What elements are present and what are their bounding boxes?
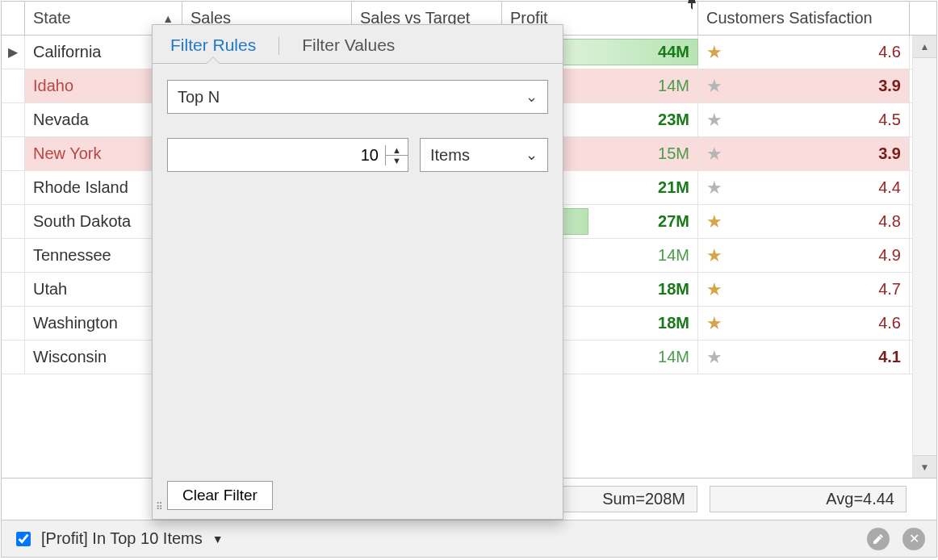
resize-handle-icon[interactable]: ⠿ [156,504,167,516]
row-indicator [2,205,25,238]
profit-value: 14M [658,77,689,95]
column-label: State [33,9,71,27]
scroll-down-button[interactable]: ▼ [913,455,936,478]
row-indicator [2,69,25,102]
star-icon: ★ [706,247,722,265]
row-indicator [2,341,25,374]
cs-value: 4.5 [878,111,901,129]
data-grid: State ▲ Sales Sales vs Target Profit Cus… [1,1,937,558]
sort-ascending-icon: ▲ [162,12,174,25]
cell-customers-satisfaction: ★3.9 [698,69,910,102]
filter-popup-tabs: Filter Rules Filter Values [153,25,563,64]
tab-filter-rules[interactable]: Filter Rules [153,29,274,63]
cs-value: 4.4 [878,178,901,197]
filter-count-spinner[interactable]: ▲ ▼ [167,138,408,172]
star-icon: ★ [706,179,722,197]
profit-value: 18M [658,280,689,299]
footer-sum-badge: Sum=208M [562,486,697,512]
spin-down-button[interactable]: ▼ [386,156,408,165]
row-indicator [2,171,25,204]
cs-value: 4.8 [878,212,901,231]
row-indicator [2,137,25,170]
cell-customers-satisfaction: ★4.8 [698,205,910,238]
footer-avg-badge: Avg=4.44 [710,486,907,512]
cs-value: 4.6 [878,314,901,332]
tab-separator [278,37,279,55]
filter-unit-value: Items [430,146,470,165]
edit-filter-button[interactable] [867,528,890,550]
star-icon: ★ [706,281,722,299]
star-icon: ★ [706,145,722,163]
clear-filter-button[interactable]: Clear Filter [167,481,273,510]
row-indicator [2,273,25,306]
cell-customers-satisfaction: ★4.5 [698,103,910,136]
scroll-up-button[interactable]: ▲ [913,36,936,58]
filter-status-bar: [Profit] In Top 10 Items ▼ ✕ [2,520,936,557]
filter-mode-value: Top N [178,88,220,107]
vertical-scrollbar[interactable]: ▲ ▼ [912,36,936,478]
tab-filter-values[interactable]: Filter Values [284,29,412,63]
close-filter-button[interactable]: ✕ [902,528,925,550]
cs-value: 3.9 [878,77,901,95]
cs-value: 4.6 [878,43,901,61]
cell-customers-satisfaction: ★4.6 [698,307,910,340]
star-icon: ★ [706,213,722,231]
filter-active-icon[interactable] [686,0,697,12]
profit-value: 23M [658,111,689,129]
star-icon: ★ [706,349,722,366]
profit-value: 14M [658,246,689,265]
row-indicator: ▶ [2,36,25,69]
filter-enabled-checkbox[interactable] [16,532,31,546]
cell-customers-satisfaction: ★3.9 [698,137,910,170]
chevron-down-icon: ⌄ [526,146,538,164]
star-icon: ★ [706,315,722,332]
star-icon: ★ [706,44,722,61]
cs-value: 3.9 [878,144,901,163]
star-icon: ★ [706,111,722,129]
profit-value: 27M [658,212,689,231]
star-icon: ★ [706,77,722,95]
filter-dropdown-icon[interactable]: ▼ [212,533,224,545]
cs-value: 4.9 [878,246,901,265]
chevron-down-icon: ⌄ [526,88,538,106]
row-indicator [2,239,25,272]
profit-value: 21M [658,178,689,197]
column-label: Customers Satisfaction [706,9,873,27]
profit-value: 14M [658,348,689,366]
cs-value: 4.7 [878,280,901,299]
cell-customers-satisfaction: ★4.7 [698,273,910,306]
filter-popup-body: Top N ⌄ ▲ ▼ Items ⌄ [153,64,563,472]
profit-value: 44M [658,43,689,61]
filter-expression-text[interactable]: [Profit] In Top 10 Items [41,529,203,548]
cs-value: 4.1 [878,348,901,366]
filter-popup-footer: Clear Filter [153,472,563,519]
filter-mode-select[interactable]: Top N ⌄ [167,80,548,114]
spin-buttons: ▲ ▼ [385,145,408,165]
filter-popup: Filter Rules Filter Values Top N ⌄ ▲ ▼ I… [152,24,563,520]
column-header-customers-satisfaction[interactable]: Customers Satisfaction [698,2,910,35]
scrollbar-header-spacer [910,2,934,35]
profit-value: 15M [658,144,689,163]
filter-count-input[interactable] [168,146,385,165]
profit-value: 18M [658,314,689,332]
cell-customers-satisfaction: ★4.1 [698,341,910,374]
spin-up-button[interactable]: ▲ [386,145,408,156]
row-indicator [2,103,25,136]
cell-customers-satisfaction: ★4.9 [698,239,910,272]
cell-customers-satisfaction: ★4.4 [698,171,910,204]
cell-customers-satisfaction: ★4.6 [698,36,910,69]
filter-unit-select[interactable]: Items ⌄ [420,138,548,172]
row-indicator [2,307,25,340]
row-indicator-header [2,2,25,35]
